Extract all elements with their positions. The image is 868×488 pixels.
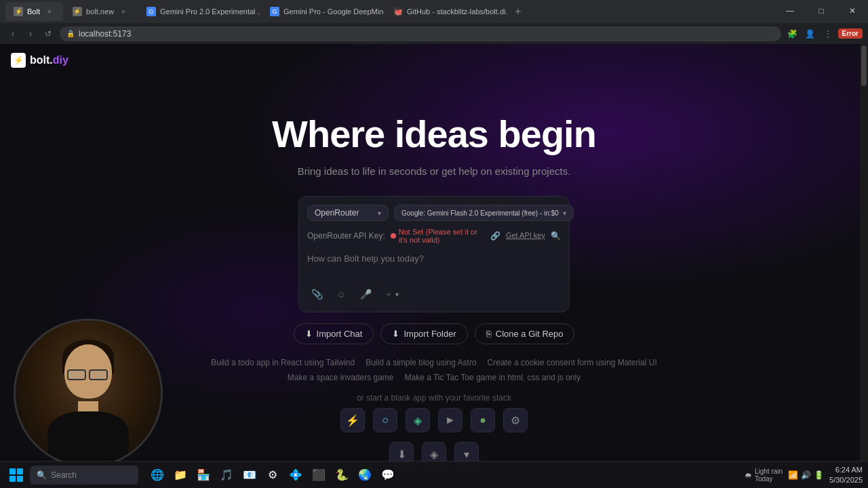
api-key-actions: 🔗 Get API key 🔍	[490, 231, 561, 241]
tab-favicon-gemini-deepmind: G	[270, 7, 279, 16]
tab-bar: ⚡ Bolt × ⚡ bolt.new × G Gemini Pro 2.0 E…	[0, 0, 868, 23]
browser-menu-button[interactable]: ⋮	[821, 26, 835, 41]
model-select[interactable]: Google: Gemini Flash 2.0 Experimental (f…	[394, 205, 574, 221]
tab-label-github: GitHub - stackblitz-labs/bolt.di...	[407, 7, 507, 16]
provider-label: OpenRouter	[315, 208, 359, 218]
stack-icon-node[interactable]: ●	[471, 408, 495, 432]
extensions-button[interactable]: 🧩	[785, 26, 800, 41]
api-key-label: OpenRouter API Key:	[307, 231, 385, 241]
suggestion-link-3[interactable]: Make a space invaders game	[288, 373, 394, 382]
taskbar-icon-mail[interactable]: 📧	[239, 464, 260, 486]
tab-close-bolt-new[interactable]: ×	[118, 6, 129, 17]
tab-bolt[interactable]: ⚡ Bolt ×	[5, 2, 63, 21]
stack-icon-react[interactable]: ○	[373, 408, 397, 432]
back-button[interactable]: ‹	[5, 26, 20, 41]
search-label: Search	[51, 470, 77, 480]
browser-chrome: ⚡ Bolt × ⚡ bolt.new × G Gemini Pro 2.0 E…	[0, 0, 868, 44]
clock-time: 6:24 AM	[829, 465, 863, 474]
webcam-person	[16, 321, 161, 466]
clone-git-button[interactable]: ⎘ Clone a Git Repo	[475, 323, 575, 344]
api-key-error-text: Not Set (Please set it or it's not valid…	[399, 228, 485, 244]
battery-icon[interactable]: 🔋	[814, 470, 824, 480]
tab-gemini-exp[interactable]: G Gemini Pro 2.0 Experimental ... ×	[138, 2, 260, 21]
taskbar-icon-discord[interactable]: 💬	[377, 464, 399, 486]
attach-button[interactable]: 📎	[307, 285, 326, 304]
taskbar-icon-chrome[interactable]: 🌏	[354, 464, 376, 486]
import-chat-button[interactable]: ⬇ Import Chat	[294, 323, 374, 344]
profile-button[interactable]: 👤	[803, 26, 818, 41]
close-button[interactable]: ✕	[837, 0, 868, 22]
taskbar-icon-files[interactable]: 📁	[170, 464, 191, 486]
maximize-button[interactable]: □	[806, 0, 837, 22]
clone-git-icon: ⎘	[486, 329, 492, 339]
tab-github[interactable]: 🐙 GitHub - stackblitz-labs/bolt.di... ×	[385, 2, 507, 21]
url-text: localhost:5173	[79, 29, 131, 39]
taskbar-icon-store[interactable]: 🏪	[193, 464, 214, 486]
tab-gemini-deepmind[interactable]: G Gemini Pro - Google DeepMind ×	[262, 2, 384, 21]
nav-controls: ‹ › ↺	[5, 26, 56, 41]
taskbar-icon-spotify[interactable]: 🎵	[216, 464, 237, 486]
tab-favicon-github: 🐙	[393, 7, 403, 16]
glass-frame-right	[89, 369, 108, 380]
tab-label-gemini-exp: Gemini Pro 2.0 Experimental ...	[160, 7, 260, 16]
taskbar-clock[interactable]: 6:24 AM 5/30/2025	[829, 465, 863, 485]
taskbar-icon-settings[interactable]: ⚙	[262, 464, 283, 486]
new-tab-button[interactable]: +	[509, 2, 528, 21]
stack-icon-lightning[interactable]: ⚡	[340, 408, 365, 432]
emoji-button[interactable]: ☺	[332, 285, 351, 304]
suggestions: Build a todo app in React using Tailwind…	[211, 358, 656, 382]
tab-close-bolt[interactable]: ×	[44, 6, 55, 17]
suggestion-link-1[interactable]: Build a simple blog using Astro	[366, 358, 476, 367]
taskbar-icon-terminal[interactable]: ⬛	[308, 464, 330, 486]
tab-label-gemini-deepmind: Gemini Pro - Google DeepMind	[283, 7, 384, 16]
stack-icon-vue[interactable]: ◈	[406, 408, 430, 432]
taskbar-sys-icons: 📶 🔊 🔋	[788, 470, 824, 480]
app-header: ⚡ bolt.diy	[0, 44, 868, 77]
error-dot-icon	[391, 233, 396, 239]
win-sq-4	[17, 476, 23, 482]
import-chat-icon: ⬇	[305, 329, 313, 339]
taskbar-icon-vscode[interactable]: 💠	[285, 464, 307, 486]
win-sq-3	[9, 476, 16, 482]
hero-subtitle: Bring ideas to life in seconds or get he…	[298, 165, 571, 177]
import-folder-icon: ⬇	[392, 329, 399, 339]
get-api-key-link[interactable]: Get API key	[506, 231, 545, 241]
browser-actions: 🧩 👤 ⋮ Error	[785, 26, 863, 41]
stack-icon-next[interactable]: ►	[438, 408, 462, 432]
clock-date: 5/30/2025	[829, 475, 863, 485]
person-body	[47, 411, 129, 466]
stack-icon-gear[interactable]: ⚙	[503, 408, 528, 432]
suggestions-row-2: Make a space invaders game Make a Tic Ta…	[288, 373, 580, 382]
network-icon[interactable]: 📶	[788, 470, 798, 480]
suggestion-link-2[interactable]: Create a cookie consent form using Mater…	[488, 358, 657, 367]
tab-bolt-new[interactable]: ⚡ bolt.new ×	[64, 2, 137, 21]
voice-button[interactable]: 🎤	[356, 285, 375, 304]
suggestion-link-4[interactable]: Make a Tic Tac Toe game in html, css and…	[405, 373, 581, 382]
reload-button[interactable]: ↺	[41, 26, 56, 41]
import-chat-label: Import Chat	[317, 329, 363, 339]
weather-widget: 🌧 Light rain Today	[745, 468, 783, 483]
provider-row: OpenRouter ▾ Google: Gemini Flash 2.0 Ex…	[307, 205, 561, 221]
minimize-button[interactable]: —	[774, 0, 806, 22]
forward-button[interactable]: ›	[23, 26, 38, 41]
taskbar-icon-python[interactable]: 🐍	[331, 464, 353, 486]
import-folder-button[interactable]: ⬇ Import Folder	[380, 323, 467, 344]
logo-icon: ⚡	[11, 53, 26, 68]
taskbar-icon-browser[interactable]: 🌐	[146, 464, 168, 486]
tab-favicon-bolt-new: ⚡	[73, 7, 82, 16]
more-button[interactable]: ＋ ▾	[380, 286, 403, 303]
provider-select[interactable]: OpenRouter ▾	[307, 205, 389, 221]
import-folder-label: Import Folder	[403, 329, 456, 339]
address-bar: ‹ › ↺ 🔒 localhost:5173 🧩 👤 ⋮ Error	[0, 23, 868, 44]
search-icon: 🔍	[551, 231, 561, 241]
chat-input[interactable]	[307, 251, 561, 278]
url-bar[interactable]: 🔒 localhost:5173	[60, 26, 781, 41]
windows-logo	[9, 468, 23, 482]
start-button[interactable]	[5, 464, 27, 486]
taskbar-search[interactable]: 🔍 Search	[30, 466, 138, 485]
clone-git-label: Clone a Git Repo	[496, 329, 564, 339]
logo-text: bolt.diy	[30, 54, 68, 66]
suggestion-link-0[interactable]: Build a todo app in React using Tailwind	[211, 358, 355, 367]
window-controls: — □ ✕	[774, 0, 868, 22]
volume-icon[interactable]: 🔊	[801, 470, 811, 480]
